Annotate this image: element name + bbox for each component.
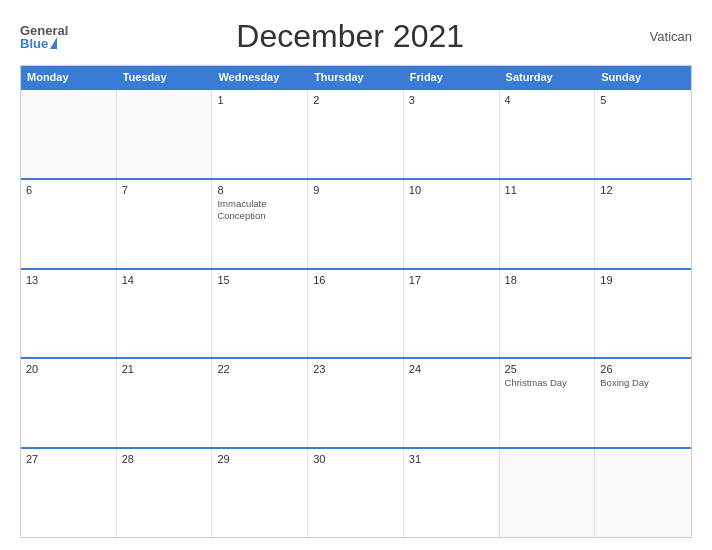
day-cell: 20 (21, 359, 117, 447)
day-number: 31 (409, 453, 494, 465)
day-cell: 26Boxing Day (595, 359, 691, 447)
day-number: 19 (600, 274, 686, 286)
day-cell: 10 (404, 180, 500, 268)
calendar: Monday Tuesday Wednesday Thursday Friday… (20, 65, 692, 538)
day-event: Immaculate Conception (217, 198, 302, 223)
day-number: 17 (409, 274, 494, 286)
header-saturday: Saturday (500, 66, 596, 88)
day-cell: 28 (117, 449, 213, 537)
day-number: 25 (505, 363, 590, 375)
day-cell: 29 (212, 449, 308, 537)
day-number: 4 (505, 94, 590, 106)
logo: General Blue (20, 24, 68, 50)
country-label: Vatican (632, 29, 692, 44)
day-number: 24 (409, 363, 494, 375)
day-number: 18 (505, 274, 590, 286)
day-cell (595, 449, 691, 537)
day-cell: 6 (21, 180, 117, 268)
day-cell: 18 (500, 270, 596, 358)
day-number: 28 (122, 453, 207, 465)
day-number: 6 (26, 184, 111, 196)
day-cell: 16 (308, 270, 404, 358)
week-row-4: 202122232425Christmas Day26Boxing Day (21, 357, 691, 447)
month-title: December 2021 (68, 18, 632, 55)
header: General Blue December 2021 Vatican (20, 18, 692, 55)
day-event: Christmas Day (505, 377, 590, 389)
week-row-5: 2728293031 (21, 447, 691, 537)
day-number: 15 (217, 274, 302, 286)
day-cell: 3 (404, 90, 500, 178)
week-row-1: 12345 (21, 88, 691, 178)
week-row-3: 13141516171819 (21, 268, 691, 358)
day-number: 26 (600, 363, 686, 375)
day-number: 11 (505, 184, 590, 196)
day-number: 12 (600, 184, 686, 196)
day-number: 22 (217, 363, 302, 375)
day-number: 16 (313, 274, 398, 286)
day-cell: 27 (21, 449, 117, 537)
day-cell: 2 (308, 90, 404, 178)
day-number: 29 (217, 453, 302, 465)
day-cell: 8Immaculate Conception (212, 180, 308, 268)
day-cell: 14 (117, 270, 213, 358)
day-number: 2 (313, 94, 398, 106)
calendar-body: 12345678Immaculate Conception91011121314… (21, 88, 691, 537)
day-cell: 25Christmas Day (500, 359, 596, 447)
day-cell (117, 90, 213, 178)
day-cell: 24 (404, 359, 500, 447)
day-cell: 7 (117, 180, 213, 268)
header-friday: Friday (404, 66, 500, 88)
day-cell: 5 (595, 90, 691, 178)
logo-triangle-icon (50, 37, 57, 49)
day-number: 10 (409, 184, 494, 196)
day-number: 21 (122, 363, 207, 375)
day-number: 13 (26, 274, 111, 286)
day-number: 27 (26, 453, 111, 465)
day-number: 30 (313, 453, 398, 465)
day-cell (500, 449, 596, 537)
day-cell: 1 (212, 90, 308, 178)
week-row-2: 678Immaculate Conception9101112 (21, 178, 691, 268)
day-number: 7 (122, 184, 207, 196)
day-cell: 11 (500, 180, 596, 268)
day-number: 1 (217, 94, 302, 106)
header-tuesday: Tuesday (117, 66, 213, 88)
day-number: 8 (217, 184, 302, 196)
logo-blue-text: Blue (20, 37, 48, 50)
day-event: Boxing Day (600, 377, 686, 389)
header-wednesday: Wednesday (212, 66, 308, 88)
header-monday: Monday (21, 66, 117, 88)
day-number: 5 (600, 94, 686, 106)
logo-general-text: General (20, 24, 68, 37)
day-cell: 15 (212, 270, 308, 358)
day-cell: 31 (404, 449, 500, 537)
day-cell (21, 90, 117, 178)
header-sunday: Sunday (595, 66, 691, 88)
day-cell: 13 (21, 270, 117, 358)
day-number: 23 (313, 363, 398, 375)
day-headers: Monday Tuesday Wednesday Thursday Friday… (21, 66, 691, 88)
calendar-page: General Blue December 2021 Vatican Monda… (0, 0, 712, 550)
day-cell: 17 (404, 270, 500, 358)
day-cell: 30 (308, 449, 404, 537)
day-number: 14 (122, 274, 207, 286)
day-number: 3 (409, 94, 494, 106)
day-cell: 21 (117, 359, 213, 447)
day-cell: 9 (308, 180, 404, 268)
day-cell: 12 (595, 180, 691, 268)
day-cell: 19 (595, 270, 691, 358)
day-cell: 22 (212, 359, 308, 447)
day-cell: 23 (308, 359, 404, 447)
day-number: 9 (313, 184, 398, 196)
day-number: 20 (26, 363, 111, 375)
header-thursday: Thursday (308, 66, 404, 88)
day-cell: 4 (500, 90, 596, 178)
